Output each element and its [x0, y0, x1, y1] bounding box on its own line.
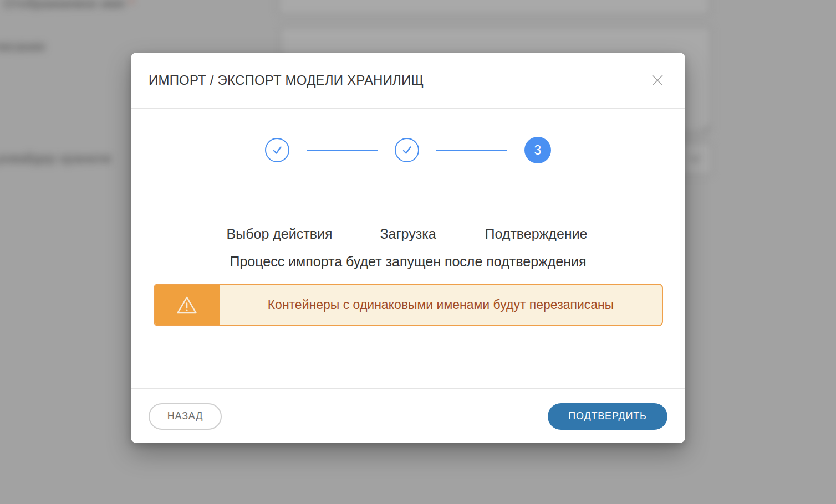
warning-banner: Контейнеры с одинаковыми именами будут п… — [154, 284, 663, 326]
provider-label: ровайдер хранили — [0, 151, 111, 166]
modal-title: ИМПОРТ / ЭКСПОРТ МОДЕЛИ ХРАНИЛИЩ — [149, 73, 424, 88]
step-1-label: Выбор действия — [227, 226, 333, 242]
resize-handle-icon — [701, 121, 708, 129]
display-name-label: Отображаемое имя* — [3, 0, 134, 11]
import-export-modal: ИМПОРТ / ЭКСПОРТ МОДЕЛИ ХРАНИЛИЩ 3 Выбор… — [131, 53, 685, 443]
check-icon — [399, 142, 415, 158]
step-connector — [436, 150, 507, 151]
modal-footer: НАЗАД ПОДТВЕРДИТЬ — [131, 388, 685, 443]
wizard-stepper: 3 — [131, 137, 685, 163]
confirm-button[interactable]: ПОДТВЕРДИТЬ — [548, 403, 667, 430]
back-button[interactable]: НАЗАД — [149, 403, 222, 430]
description-label: писание — [0, 39, 45, 54]
warning-text: Контейнеры с одинаковыми именами будут п… — [220, 285, 662, 325]
check-icon — [269, 142, 285, 158]
display-name-input — [277, 0, 711, 16]
step-3-active: 3 — [524, 137, 551, 163]
step-2-completed — [395, 138, 419, 162]
warning-icon-block — [154, 284, 220, 326]
step-1-completed — [265, 138, 289, 162]
step-number: 3 — [534, 143, 542, 158]
step-connector — [307, 150, 378, 151]
chevron-down-icon — [690, 151, 701, 162]
modal-header: ИМПОРТ / ЭКСПОРТ МОДЕЛИ ХРАНИЛИЩ — [131, 53, 685, 109]
close-icon[interactable] — [648, 70, 667, 90]
warning-triangle-icon — [176, 295, 198, 316]
step-2-label: Загрузка — [380, 226, 436, 242]
confirmation-message: Процесс импорта будет запущен после подт… — [131, 254, 685, 270]
required-asterisk: * — [129, 0, 134, 11]
step-3-label: Подтверждение — [485, 226, 587, 242]
